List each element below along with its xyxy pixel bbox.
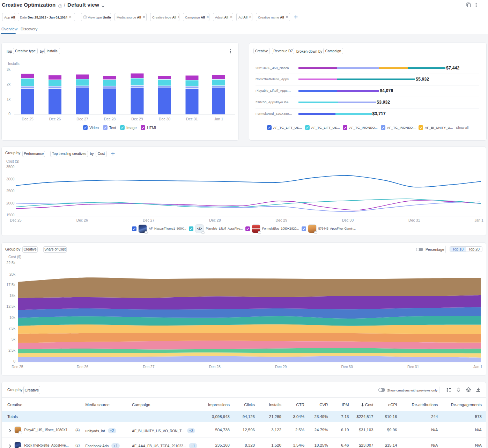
svg-text:Jan 1: Jan 1 [474, 218, 483, 222]
svg-text:Cost ($): Cost ($) [6, 159, 19, 163]
svg-text:0: 0 [8, 112, 10, 116]
svg-text:7.5k: 7.5k [8, 326, 16, 330]
svg-text:Dec 28: Dec 28 [209, 365, 221, 369]
svg-text:Dec 29: Dec 29 [131, 117, 143, 121]
svg-text:?: ? [60, 5, 61, 7]
svg-text:Dec 28: Dec 28 [209, 218, 221, 222]
svg-text:Dec 26: Dec 26 [76, 218, 88, 222]
svg-text:Dec 25: Dec 25 [12, 365, 23, 369]
svg-text:20k: 20k [9, 272, 16, 276]
svg-text:1500: 1500 [6, 213, 15, 217]
svg-text:3500: 3500 [6, 165, 15, 169]
svg-text:Cost ($): Cost ($) [8, 255, 21, 259]
svg-text:17.5k: 17.5k [6, 283, 15, 287]
svg-text:Dec 28: Dec 28 [104, 117, 116, 121]
svg-text:3k: 3k [7, 67, 11, 72]
svg-text:Installs: Installs [8, 61, 20, 66]
svg-text:Dec 31: Dec 31 [407, 365, 419, 369]
svg-text:5k: 5k [12, 337, 16, 341]
svg-text:Dec 26: Dec 26 [77, 365, 88, 369]
svg-text:2.5k: 2.5k [8, 348, 16, 352]
svg-text:Jan 1: Jan 1 [473, 365, 482, 369]
svg-text:12.5k: 12.5k [6, 304, 15, 308]
svg-text:Dec 31: Dec 31 [186, 117, 198, 121]
svg-text:Dec 27: Dec 27 [143, 365, 154, 369]
svg-text:2k: 2k [7, 82, 11, 86]
svg-text:Dec 27: Dec 27 [143, 218, 154, 222]
svg-text:Dec 29: Dec 29 [275, 365, 287, 369]
svg-text:2000: 2000 [6, 201, 15, 205]
svg-text:Jan 1: Jan 1 [214, 117, 223, 121]
svg-text:0: 0 [13, 359, 15, 363]
svg-text:Dec 30: Dec 30 [159, 117, 170, 121]
svg-text:Dec 31: Dec 31 [408, 218, 420, 222]
svg-text:?: ? [84, 16, 86, 18]
svg-text:Dec 30: Dec 30 [342, 218, 354, 222]
svg-text:Dec 27: Dec 27 [76, 117, 88, 121]
svg-text:1k: 1k [7, 97, 11, 101]
svg-text:Dec 25: Dec 25 [22, 117, 33, 121]
svg-text:3000: 3000 [6, 177, 15, 181]
svg-text:2500: 2500 [6, 189, 15, 193]
svg-text:15k: 15k [9, 293, 16, 298]
svg-text:Dec 25: Dec 25 [10, 218, 21, 222]
svg-text:Dec 29: Dec 29 [275, 218, 287, 222]
svg-text:Dec 26: Dec 26 [49, 117, 61, 121]
svg-text:Dec 30: Dec 30 [341, 365, 353, 369]
svg-text:10k: 10k [9, 315, 16, 320]
svg-text:22.5k: 22.5k [6, 261, 15, 265]
